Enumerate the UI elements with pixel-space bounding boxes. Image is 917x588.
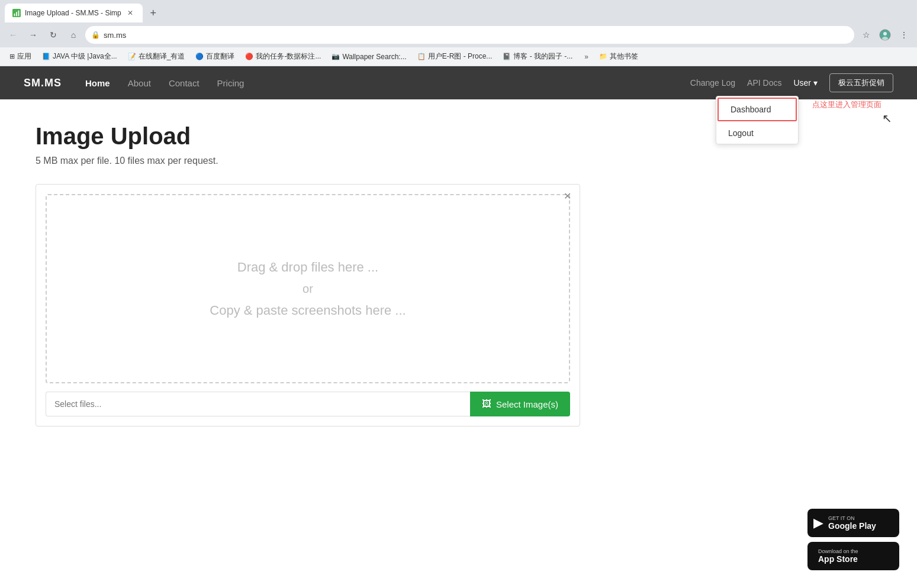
address-box[interactable]: 🔒 sm.ms: [85, 26, 854, 44]
bookmark-wallpaper[interactable]: 📷 Wallpaper Search:...: [327, 51, 411, 63]
bookmark-apps[interactable]: ⊞ 应用: [5, 50, 36, 63]
svg-rect-2: [16, 12, 17, 16]
svg-rect-1: [14, 14, 15, 16]
tab-title: Image Upload - SM.MS - Simp: [25, 9, 121, 17]
er-icon: 📋: [417, 53, 426, 60]
java-icon: 📘: [42, 53, 50, 60]
dropzone[interactable]: Drag & drop files here ... or Copy & pas…: [46, 194, 570, 383]
nav-right: Change Log API Docs User ▾ 极云五折促销: [690, 73, 893, 92]
active-tab[interactable]: Image Upload - SM.MS - Simp ✕: [5, 4, 143, 22]
youdao-icon: 📝: [128, 53, 136, 60]
bookmark-label: 其他书签: [610, 51, 638, 62]
apps-icon: ⊞: [9, 53, 15, 60]
bookmark-label: 应用: [17, 51, 31, 62]
select-btn-label: Select Image(s): [496, 399, 558, 409]
svg-rect-3: [18, 11, 20, 17]
menu-button[interactable]: ⋮: [896, 27, 912, 43]
nav-pricing[interactable]: Pricing: [217, 78, 244, 88]
get-it-on-label: GET IT ON: [828, 515, 876, 516]
nav-changelog[interactable]: Change Log: [690, 78, 735, 88]
url-text: sm.ms: [104, 31, 848, 40]
paste-text: Copy & paste screenshots here ...: [210, 303, 406, 318]
svg-point-5: [883, 32, 887, 35]
play-store-icon: ▶: [813, 515, 823, 516]
site-nav: SM.MS Home About Contact Pricing Change …: [0, 66, 917, 99]
annotation-text: 点这里进入管理页面: [812, 99, 881, 110]
bookmark-blog[interactable]: 📓 博客 - 我的园子 -...: [498, 50, 577, 63]
bookmark-youdao[interactable]: 📝 在线翻译_有道: [123, 50, 190, 63]
main-content: Image Upload 5 MB max per file. 10 files…: [0, 99, 651, 450]
bookmark-tasks[interactable]: 🔴 我的任务-数据标注...: [240, 50, 326, 63]
nav-api-docs[interactable]: API Docs: [747, 78, 781, 88]
promo-button[interactable]: 极云五折促销: [829, 73, 893, 92]
bookmark-label: 用户E-R图 - Proce...: [428, 51, 493, 62]
bookmark-label: 在线翻译_有道: [139, 51, 185, 62]
file-select-row: 🖼 Select Image(s): [46, 392, 570, 416]
dashboard-menu-item[interactable]: Dashboard: [717, 98, 797, 121]
google-play-text: GET IT ON Google Play: [828, 515, 876, 516]
blog-icon: 📓: [503, 53, 511, 60]
toolbar-right: ☆ ⋮: [858, 27, 912, 43]
upload-close-button[interactable]: ✕: [564, 190, 571, 202]
bookmark-label: Wallpaper Search:...: [342, 53, 406, 61]
reload-button[interactable]: ↻: [45, 27, 62, 43]
browser-chrome: Image Upload - SM.MS - Simp ✕ + ← → ↻ ⌂ …: [0, 0, 917, 66]
forward-button[interactable]: →: [25, 27, 41, 43]
tasks-icon: 🔴: [245, 53, 253, 60]
bookmark-er[interactable]: 📋 用户E-R图 - Proce...: [413, 50, 497, 63]
or-text: or: [303, 282, 313, 296]
bookmark-baidu[interactable]: 🔵 百度翻译: [191, 50, 239, 63]
nav-contact[interactable]: Contact: [169, 78, 200, 88]
page-title: Image Upload: [36, 123, 616, 150]
dropdown-chevron-icon: ▾: [813, 78, 818, 88]
bookmark-label: 我的任务-数据标注...: [256, 51, 321, 62]
bookmarks-bar: ⊞ 应用 📘 JAVA 中级 |Java全... 📝 在线翻译_有道 🔵 百度翻…: [0, 47, 917, 66]
bookmark-label: 博客 - 我的园子 -...: [513, 51, 572, 62]
address-bar-row: ← → ↻ ⌂ 🔒 sm.ms ☆ ⋮: [0, 22, 917, 47]
tab-favicon: [12, 8, 21, 18]
upload-card: ✕ Drag & drop files here ... or Copy & p…: [36, 184, 580, 427]
star-button[interactable]: ☆: [858, 27, 874, 43]
new-tab-button[interactable]: +: [145, 5, 162, 21]
user-dropdown-menu: Dashboard Logout: [716, 96, 799, 144]
nav-home[interactable]: Home: [85, 78, 110, 88]
bookmarks-more[interactable]: »: [581, 51, 592, 63]
wallpaper-icon: 📷: [332, 53, 340, 60]
image-icon: 🖼: [482, 399, 491, 409]
cursor-icon: ↖: [882, 111, 892, 125]
baidu-icon: 🔵: [195, 53, 204, 60]
file-input[interactable]: [46, 392, 470, 416]
user-label: User: [793, 78, 811, 88]
svg-point-6: [882, 37, 888, 40]
drag-text: Drag & drop files here ...: [237, 260, 378, 275]
page-subtitle: 5 MB max per file. 10 files max per requ…: [36, 156, 616, 166]
back-button[interactable]: ←: [5, 27, 21, 43]
select-images-button[interactable]: 🖼 Select Image(s): [470, 392, 570, 416]
tab-bar: Image Upload - SM.MS - Simp ✕ +: [0, 0, 917, 22]
tab-close-button[interactable]: ✕: [125, 8, 136, 18]
logout-menu-item[interactable]: Logout: [716, 122, 798, 144]
home-button[interactable]: ⌂: [65, 27, 82, 43]
lock-icon: 🔒: [91, 31, 100, 39]
profile-button[interactable]: [877, 27, 893, 43]
bookmark-label: JAVA 中级 |Java全...: [53, 51, 117, 62]
nav-about[interactable]: About: [128, 78, 151, 88]
bookmark-others[interactable]: 📁 其他书签: [594, 50, 643, 63]
folder-icon: 📁: [599, 53, 607, 60]
user-dropdown[interactable]: User ▾: [793, 78, 818, 88]
bookmark-label: 百度翻译: [206, 51, 234, 62]
app-badges: ▶ GET IT ON Google Play Download on the …: [807, 509, 899, 516]
google-play-badge[interactable]: ▶ GET IT ON Google Play: [807, 509, 899, 516]
website: SM.MS Home About Contact Pricing Change …: [0, 66, 917, 516]
bookmark-java[interactable]: 📘 JAVA 中级 |Java全...: [37, 50, 122, 63]
site-logo: SM.MS: [24, 77, 62, 89]
